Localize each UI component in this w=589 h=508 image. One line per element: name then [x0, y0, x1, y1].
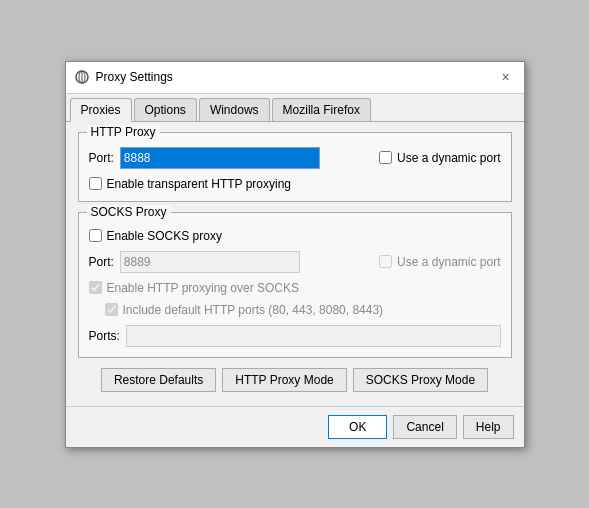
ok-button[interactable]: OK [328, 415, 387, 439]
http-proxy-title: HTTP Proxy [87, 125, 160, 139]
close-button[interactable]: × [496, 67, 516, 87]
bottom-buttons: Restore Defaults HTTP Proxy Mode SOCKS P… [78, 368, 512, 392]
socks-use-dynamic-checkbox[interactable] [379, 255, 392, 268]
ports-row: Ports: [89, 325, 501, 347]
http-port-row: Port: Use a dynamic port [89, 147, 501, 169]
http-port-label: Port: [89, 151, 114, 165]
title-bar-left: Proxy Settings [74, 69, 173, 85]
enable-socks-row: Enable SOCKS proxy [89, 229, 501, 243]
tab-windows[interactable]: Windows [199, 98, 270, 121]
socks-port-input[interactable] [120, 251, 300, 273]
socks-proxy-section: SOCKS Proxy Enable SOCKS proxy Port: Use… [78, 212, 512, 358]
include-default-label: Include default HTTP ports (80, 443, 808… [123, 303, 384, 317]
http-port-input[interactable] [120, 147, 320, 169]
restore-defaults-button[interactable]: Restore Defaults [101, 368, 216, 392]
title-bar: Proxy Settings × [66, 62, 524, 94]
enable-over-socks-row: Enable HTTP proxying over SOCKS [89, 281, 501, 295]
dialog-title: Proxy Settings [96, 70, 173, 84]
include-default-row: Include default HTTP ports (80, 443, 808… [105, 303, 501, 317]
cancel-button[interactable]: Cancel [393, 415, 456, 439]
socks-port-label: Port: [89, 255, 114, 269]
tab-firefox[interactable]: Mozilla Firefox [272, 98, 371, 121]
socks-use-dynamic-label: Use a dynamic port [397, 255, 500, 269]
tab-content: HTTP Proxy Port: Use a dynamic port Enab… [66, 122, 524, 406]
enable-transparent-label: Enable transparent HTTP proxying [107, 177, 292, 191]
socks-proxy-mode-button[interactable]: SOCKS Proxy Mode [353, 368, 488, 392]
tab-options[interactable]: Options [134, 98, 197, 121]
socks-port-row: Port: Use a dynamic port [89, 251, 501, 273]
dialog-footer: OK Cancel Help [66, 406, 524, 447]
socks-use-dynamic-row: Use a dynamic port [379, 255, 500, 269]
enable-over-socks-checkbox[interactable] [89, 281, 102, 294]
enable-socks-checkbox[interactable] [89, 229, 102, 242]
tab-proxies[interactable]: Proxies [70, 98, 132, 122]
enable-socks-label: Enable SOCKS proxy [107, 229, 222, 243]
http-proxy-mode-button[interactable]: HTTP Proxy Mode [222, 368, 346, 392]
http-use-dynamic-label: Use a dynamic port [397, 151, 500, 165]
http-use-dynamic-row: Use a dynamic port [379, 151, 500, 165]
tab-bar: Proxies Options Windows Mozilla Firefox [66, 94, 524, 122]
proxy-icon [74, 69, 90, 85]
http-use-dynamic-checkbox[interactable] [379, 151, 392, 164]
enable-transparent-row: Enable transparent HTTP proxying [89, 177, 501, 191]
http-proxy-section: HTTP Proxy Port: Use a dynamic port Enab… [78, 132, 512, 202]
enable-transparent-checkbox[interactable] [89, 177, 102, 190]
enable-over-socks-label: Enable HTTP proxying over SOCKS [107, 281, 300, 295]
ports-input[interactable] [126, 325, 501, 347]
socks-proxy-title: SOCKS Proxy [87, 205, 171, 219]
help-button[interactable]: Help [463, 415, 514, 439]
include-default-checkbox[interactable] [105, 303, 118, 316]
proxy-settings-dialog: Proxy Settings × Proxies Options Windows… [65, 61, 525, 448]
ports-label: Ports: [89, 329, 120, 343]
